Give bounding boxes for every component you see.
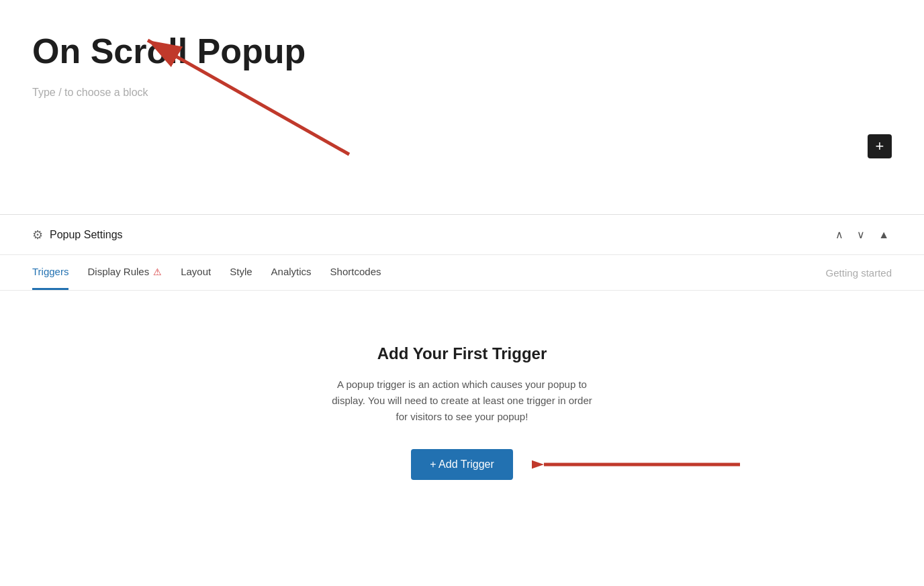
settings-collapse-button[interactable]: ▲ [876, 228, 892, 242]
trigger-description: A popup trigger is an action which cause… [328, 377, 596, 425]
settings-down-button[interactable]: ∨ [854, 227, 868, 242]
trigger-heading: Add Your First Trigger [377, 344, 547, 363]
settings-title: Popup Settings [50, 229, 123, 241]
settings-left: ⚙ Popup Settings [32, 228, 123, 242]
tab-triggers[interactable]: Triggers [32, 255, 68, 290]
settings-controls: ∧ ∨ ▲ [833, 227, 892, 242]
add-trigger-button[interactable]: + Add Trigger [411, 449, 513, 480]
settings-bar: ⚙ Popup Settings ∧ ∨ ▲ [0, 215, 924, 255]
editor-area: On Scroll Popup Type / to choose a block… [0, 0, 924, 215]
tab-display-rules-label: Display Rules [87, 266, 149, 277]
tabs-row: Triggers Display Rules ⚠ Layout Style An… [0, 255, 924, 291]
tab-shortcodes[interactable]: Shortcodes [330, 255, 381, 290]
tab-layout[interactable]: Layout [181, 255, 211, 290]
settings-up-button[interactable]: ∧ [833, 227, 846, 242]
settings-gear-icon: ⚙ [32, 228, 43, 242]
block-placeholder[interactable]: Type / to choose a block [32, 87, 892, 99]
tab-shortcodes-label: Shortcodes [330, 266, 381, 277]
tab-style[interactable]: Style [230, 255, 252, 290]
page-wrapper: On Scroll Popup Type / to choose a block… [0, 0, 924, 586]
tab-getting-started[interactable]: Getting started [826, 267, 892, 279]
annotation-arrow-trigger [532, 454, 747, 475]
tab-analytics-label: Analytics [271, 266, 312, 277]
tab-triggers-label: Triggers [32, 266, 68, 277]
trigger-section: Add Your First Trigger A popup trigger i… [0, 291, 924, 520]
tab-display-rules[interactable]: Display Rules ⚠ [87, 255, 162, 290]
add-block-button[interactable]: + [868, 134, 892, 158]
tab-analytics[interactable]: Analytics [271, 255, 312, 290]
page-title[interactable]: On Scroll Popup [32, 32, 892, 70]
trigger-button-wrapper: + Add Trigger [411, 449, 513, 480]
tab-layout-label: Layout [181, 266, 211, 277]
tab-display-rules-warning-icon: ⚠ [153, 266, 162, 277]
tab-style-label: Style [230, 266, 252, 277]
